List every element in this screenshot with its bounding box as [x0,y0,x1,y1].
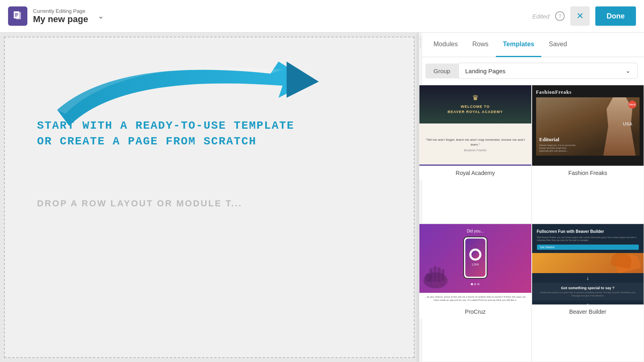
scroll-dot [420,46,421,47]
up-arrow-icon: ↑ [537,302,639,304]
svg-rect-11 [425,273,431,282]
tab-saved[interactable]: Saved [541,33,574,57]
page-name: My new page [33,14,88,25]
scroll-dot [420,39,421,40]
svg-rect-10 [442,269,444,281]
canvas-area[interactable]: START WITH A READY-TO-USE TEMPLATE OR CR… [4,37,415,358]
page-info: Currently Editing Page My new page [33,8,88,25]
close-button[interactable]: ✕ [570,6,590,26]
page-icon [8,6,27,26]
templates-grid: ♛ WELCOME TOBEAVER ROYAL ACADEMY "Tell m… [419,85,644,362]
tab-templates[interactable]: Templates [496,33,542,57]
template-beaver-builder[interactable]: Fullscreen Fun with Beaver Builder With … [532,224,644,362]
template-procruz[interactable]: Did you... 1289 [419,224,532,362]
royal-quote-area: "Tell me and I forget, teach me and I ma… [419,123,531,166]
svg-rect-8 [433,266,437,282]
header-right: Edited ? ✕ Done [532,6,636,26]
down-arrow-icon: ↓ [537,275,639,281]
royal-academy-title: WELCOME TOBEAVER ROYAL ACADEMY [427,104,523,114]
group-button[interactable]: Group [425,64,458,78]
group-selector: Group Landing Pages ⌄ [419,57,644,85]
page-dropdown-icon[interactable]: ⌄ [98,12,104,21]
fashion-brand-name: FashionFreaks [536,89,640,95]
beaver-subtitle: With Beaver Builder you can create pages… [537,236,639,242]
scroll-dot [420,41,421,43]
sale-badge: SALE [628,101,636,109]
fashion-freaks-thumb: FashionFreaks Editorial Women forget too… [532,85,644,166]
svg-marker-5 [287,62,319,98]
tab-rows[interactable]: Rows [465,33,495,57]
get-started-button[interactable]: Get Started [537,245,639,250]
special-sub: A fullscreen section is a great way to p… [537,291,639,297]
template-fashion-freaks[interactable]: FashionFreaks Editorial Women forget too… [532,85,644,224]
scroll-dots [419,37,422,47]
svg-rect-9 [438,267,441,282]
start-text: START WITH A READY-TO-USE TEMPLATE OR CR… [37,118,294,149]
royal-crown-icon: ♛ [427,93,523,102]
phone-mockup: 1289 [463,237,487,279]
edited-label: Edited [532,13,549,20]
beaver-builder-label: Beaver Builder [532,304,644,319]
template-royal-academy[interactable]: ♛ WELCOME TOBEAVER ROYAL ACADEMY "Tell m… [419,85,532,224]
did-you-text: Did you... [467,229,484,233]
done-button[interactable]: Done [595,6,636,26]
fashion-freaks-label: Fashion Freaks [532,166,644,180]
scroll-dot [420,44,421,45]
procruz-caption: ...by any chance, arrive at this site vi… [419,293,531,304]
procruz-thumb: Did you... 1289 [419,224,531,304]
beaver-title: Fullscreen Fun with Beaver Builder [537,229,639,234]
main-area: START WITH A READY-TO-USE TEMPLATE OR CR… [0,33,644,362]
svg-rect-1 [16,12,21,19]
tab-modules[interactable]: Modules [426,33,465,57]
header-left: Currently Editing Page My new page ⌄ [8,6,104,26]
help-icon[interactable]: ? [555,11,565,21]
editorial-content: Editorial Women forget too. It is so sec… [539,136,576,152]
panel-tabs: Modules Rows Templates Saved [419,33,644,57]
beaver-builder-thumb: Fullscreen Fun with Beaver Builder With … [532,224,644,304]
header: Currently Editing Page My new page ⌄ Edi… [0,0,644,33]
royal-academy-label: Royal Academy [419,166,531,180]
landing-pages-dropdown[interactable]: Landing Pages ⌄ [458,63,638,79]
procruz-dots [419,283,531,285]
scroll-dot [420,37,421,38]
procruz-label: ProCruz [419,304,531,319]
template-panel: Modules Rows Templates Saved Group Landi… [419,33,644,362]
chevron-down-icon: ⌄ [625,67,631,74]
currently-editing-label: Currently Editing Page [33,8,88,14]
drop-text: DROP A ROW LAYOUT OR MODULE T... [37,198,242,209]
royal-academy-thumb: ♛ WELCOME TOBEAVER ROYAL ACADEMY "Tell m… [419,85,531,166]
special-title: Got something special to say ? [537,286,639,290]
special-section: Got something special to say ? A fullscr… [532,283,644,300]
